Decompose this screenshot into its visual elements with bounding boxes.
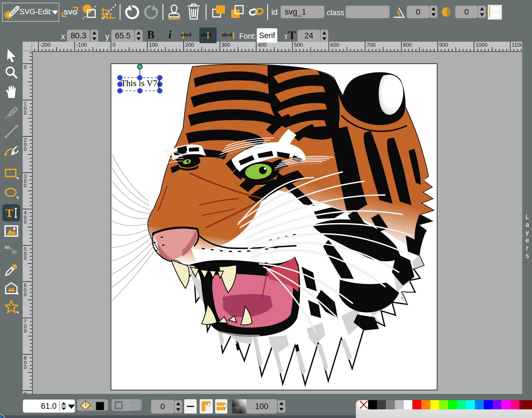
svg-text:200: 200 bbox=[185, 42, 194, 48]
svg-text:0: 0 bbox=[24, 110, 26, 116]
svg-text:0: 0 bbox=[24, 364, 26, 370]
svg-text:0: 0 bbox=[24, 219, 26, 225]
svg-text:500: 500 bbox=[294, 42, 303, 48]
svg-text:SVG: SVG bbox=[64, 9, 77, 16]
svg-text:900: 900 bbox=[439, 42, 448, 48]
svg-text:0: 0 bbox=[24, 183, 26, 188]
svg-text:800: 800 bbox=[403, 42, 412, 48]
svg-text:T: T bbox=[5, 206, 13, 220]
svg-text:-200: -200 bbox=[40, 42, 51, 48]
svg-text:-100: -100 bbox=[76, 42, 87, 48]
svg-text:1100: 1100 bbox=[512, 42, 522, 48]
svg-text:0: 0 bbox=[24, 65, 26, 70]
svg-text:300: 300 bbox=[221, 42, 230, 48]
svg-text:0: 0 bbox=[24, 292, 26, 297]
svg-text:400: 400 bbox=[258, 42, 267, 48]
svg-text:600: 600 bbox=[330, 42, 339, 48]
svg-text:100: 100 bbox=[149, 42, 158, 48]
svg-text:0: 0 bbox=[24, 328, 26, 334]
svg-text:700: 700 bbox=[367, 42, 375, 48]
svg-text:1000: 1000 bbox=[475, 42, 487, 48]
svg-text:0: 0 bbox=[112, 42, 115, 48]
svg-text:9: 9 bbox=[24, 392, 26, 394]
svg-text:0: 0 bbox=[24, 255, 26, 261]
svg-text:0: 0 bbox=[24, 146, 26, 152]
